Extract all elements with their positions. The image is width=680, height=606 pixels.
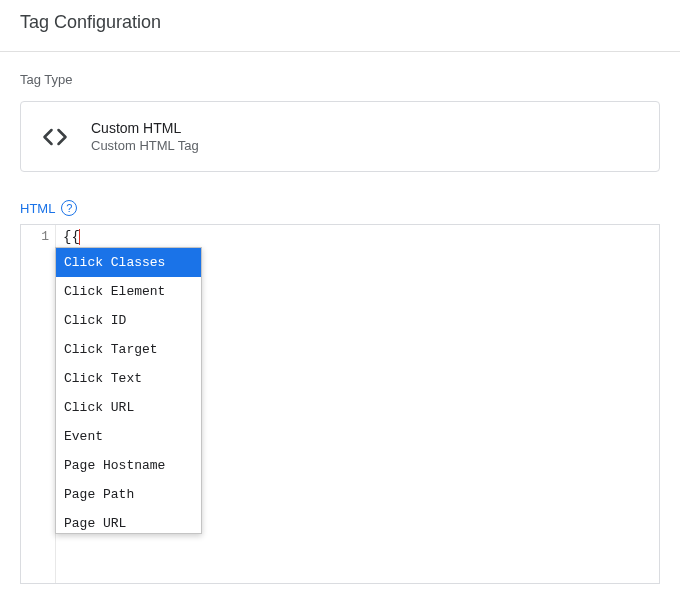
autocomplete-item[interactable]: Click Element (56, 277, 201, 306)
autocomplete-item[interactable]: Click Target (56, 335, 201, 364)
editor-content: {{ (63, 229, 80, 245)
tag-type-name: Custom HTML (91, 120, 199, 136)
tag-type-card[interactable]: Custom HTML Custom HTML Tag (20, 101, 660, 172)
tag-type-text: Custom HTML Custom HTML Tag (91, 120, 199, 153)
autocomplete-dropdown[interactable]: Click ClassesClick ElementClick IDClick … (55, 247, 202, 534)
autocomplete-item[interactable]: Event (56, 422, 201, 451)
autocomplete-item[interactable]: Page Path (56, 480, 201, 509)
help-icon[interactable]: ? (61, 200, 77, 216)
autocomplete-item[interactable]: Click Text (56, 364, 201, 393)
content-area: Tag Type Custom HTML Custom HTML Tag HTM… (0, 52, 680, 604)
tag-type-subtitle: Custom HTML Tag (91, 138, 199, 153)
html-label-row: HTML ? (20, 200, 660, 216)
text-cursor (79, 229, 80, 245)
autocomplete-item[interactable]: Click Classes (56, 248, 201, 277)
page-title: Tag Configuration (20, 12, 660, 33)
html-editor-label: HTML (20, 201, 55, 216)
header: Tag Configuration (0, 0, 680, 51)
tag-type-label: Tag Type (20, 72, 660, 87)
editor-gutter: 1 (21, 225, 55, 583)
autocomplete-item[interactable]: Click URL (56, 393, 201, 422)
autocomplete-item[interactable]: Click ID (56, 306, 201, 335)
code-brackets-icon (41, 123, 69, 151)
line-number: 1 (21, 229, 49, 244)
autocomplete-item[interactable]: Page Hostname (56, 451, 201, 480)
autocomplete-item[interactable]: Page URL (56, 509, 201, 534)
editor-text-area[interactable]: {{ Click ClassesClick ElementClick IDCli… (55, 225, 659, 583)
html-editor[interactable]: 1 {{ Click ClassesClick ElementClick IDC… (20, 224, 660, 584)
